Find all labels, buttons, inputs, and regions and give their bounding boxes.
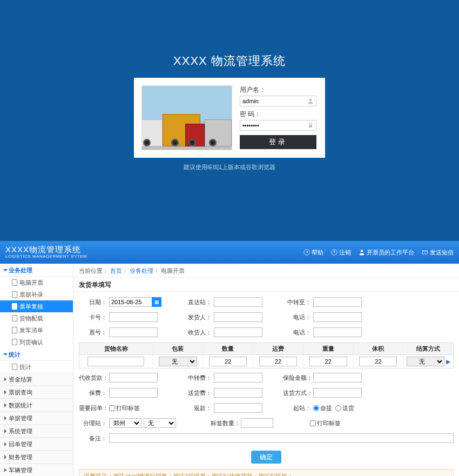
sidebar-cat-5[interactable]: 回单管理 [0, 438, 73, 451]
sidebar-item-ticket[interactable]: 电脑开票 [0, 277, 73, 289]
nav-workbench[interactable]: 开票员的工作平台 [359, 249, 414, 257]
admin-screen: XXXX物流管理系统 LOGISTICS MANAGERMENT SYTEM ?… [0, 241, 459, 476]
brand: XXXX物流管理系统 LOGISTICS MANAGERMENT SYTEM [5, 245, 87, 259]
td-pay-select[interactable]: 无 [407, 357, 444, 366]
crumb-label: 当前位置： [79, 267, 109, 274]
svg-point-0 [309, 99, 312, 102]
sender-input[interactable] [214, 312, 262, 322]
tfee-input[interactable] [214, 373, 262, 383]
password-input[interactable] [240, 120, 316, 131]
brand-cn: XXXX物流管理系统 [5, 245, 87, 254]
pickup-deliver-radio[interactable] [335, 405, 341, 411]
origin-label: 起站： [283, 404, 311, 412]
branch2-select[interactable]: 无 [144, 418, 176, 428]
sidebar-cat-4[interactable]: 系统管理 [0, 425, 73, 438]
sidebar-cat-6[interactable]: 财务管理 [0, 451, 73, 464]
submit-button[interactable]: 确定 [251, 451, 281, 464]
crumb-home[interactable]: 首页 [110, 267, 122, 274]
sidebar-cat-7[interactable]: 车辆管理 [0, 464, 73, 476]
crumb-l1[interactable]: 业务处理 [130, 267, 153, 274]
user-icon [306, 97, 315, 105]
phone1-label: 电话： [283, 313, 311, 321]
login-button[interactable]: 登录 [240, 135, 316, 149]
phone2-label: 电话： [283, 328, 311, 337]
brand-en: LOGISTICS MANAGERMENT SYTEM [5, 254, 87, 259]
chevron-down-icon [3, 353, 8, 356]
insamt-label: 保险金额： [283, 374, 311, 382]
sidebar-item-arrival[interactable]: 到货确认 [0, 336, 73, 348]
login-screen: XXXX 物流管理系统 用户名： 密 码： 登录 建议使用IE8以上版本或谷歌浏… [0, 0, 459, 241]
doc-icon [12, 327, 17, 333]
printlabel-checkbox[interactable] [109, 405, 115, 411]
nav-logout[interactable]: 注销 [331, 249, 351, 257]
needrec-label: 需要回单： [79, 404, 107, 412]
ticket-label: 票号： [79, 328, 107, 337]
sidebar-cat-2[interactable]: 数据统计 [0, 399, 73, 412]
sidebar-item-stats[interactable]: 统计 [0, 361, 73, 373]
doc-icon [12, 279, 17, 286]
date-label: 日期： [79, 298, 107, 306]
hint-box: 温馨提示：按"Enter"键进行切换；按"F10"保存；按"F5"代收货款；按"… [79, 469, 454, 476]
phone1-input[interactable] [313, 312, 362, 322]
sidebar-item-review[interactable]: 票单复核 [0, 300, 73, 312]
calendar-icon[interactable]: ▦ [152, 297, 161, 307]
td-vol-input[interactable] [359, 357, 397, 366]
crumb-l2: 电脑开票 [161, 267, 185, 274]
lock-icon [306, 121, 315, 130]
date-input[interactable] [109, 297, 152, 307]
goods-table: 货物名称 包装 数量 运费 重量 体积 结算方式 无 [79, 343, 454, 368]
receiver-input[interactable] [214, 327, 262, 337]
pickup-self-radio[interactable] [313, 405, 319, 411]
insfee-input[interactable] [109, 388, 158, 398]
delfee-label: 送货费： [184, 389, 212, 397]
nav-sms[interactable]: 发送短信 [422, 249, 454, 257]
chevron-right-icon [4, 468, 6, 472]
td-name-input[interactable] [87, 357, 144, 366]
phone2-input[interactable] [313, 327, 362, 337]
remark-input[interactable] [109, 433, 454, 443]
direct-input[interactable] [214, 297, 262, 307]
sidebar-cat-stat[interactable]: 统计 [0, 348, 73, 361]
chevron-down-icon [3, 269, 8, 271]
card-input[interactable] [109, 312, 158, 322]
main-content: 当前位置： 首页/ 业务处理/ 电脑开票 发货单填写 日期：▦ 直达站： 中转至… [73, 264, 459, 476]
username-input[interactable] [240, 96, 316, 106]
sidebar-cat-1[interactable]: 票据查询 [0, 386, 73, 399]
chevron-right-icon [4, 377, 6, 381]
td-fare-input[interactable] [259, 357, 297, 366]
sidebar-cat-biz[interactable]: 业务处理 [0, 264, 73, 277]
td-pkg-select[interactable]: 无 [159, 357, 197, 366]
lblqty-input[interactable] [241, 418, 273, 428]
sidebar-item-loading[interactable]: 货物配载 [0, 312, 73, 324]
printlabel2-checkbox[interactable] [310, 420, 316, 426]
header-nav: ?帮助 注销 开票员的工作平台 发送短信 [303, 249, 454, 257]
sidebar-item-supplement[interactable]: 票据补录 [0, 289, 73, 300]
transit-label: 中转至： [283, 298, 311, 306]
form: 日期：▦ 直达站： 中转至： 卡号： 发货人： 电话： 票号： 收货人： 电话： [73, 295, 459, 464]
doc-icon [12, 291, 17, 298]
insamt-input[interactable] [313, 373, 362, 383]
nav-help[interactable]: ?帮助 [303, 249, 323, 257]
branch-select[interactable]: 郑州 [109, 418, 141, 428]
delfee-input[interactable] [214, 388, 262, 398]
th-wt: 重量 [303, 343, 354, 354]
doc-icon [12, 339, 17, 345]
doc-icon [12, 315, 17, 321]
delmode-input[interactable] [313, 388, 362, 398]
receiver-label: 收货人： [184, 328, 212, 337]
cod-input[interactable] [109, 373, 158, 383]
chevron-right-icon [4, 429, 6, 433]
td-wt-input[interactable] [309, 357, 347, 366]
lblqty-label: 标签数量： [211, 419, 239, 427]
chevron-right-icon [4, 455, 6, 459]
ticket-input[interactable] [109, 327, 158, 337]
sidebar-cat-3[interactable]: 单据管理 [0, 412, 73, 425]
td-qty-input[interactable] [209, 357, 247, 366]
sidebar-cat-0[interactable]: 资金结算 [0, 373, 73, 386]
svg-rect-1 [309, 125, 312, 128]
cod-label: 代收货款： [79, 374, 107, 382]
arrow-icon[interactable]: ▶ [446, 358, 450, 365]
sidebar-item-departlist[interactable]: 发车清单 [0, 324, 73, 336]
transit-input[interactable] [313, 297, 362, 307]
refund-input[interactable] [214, 403, 262, 413]
